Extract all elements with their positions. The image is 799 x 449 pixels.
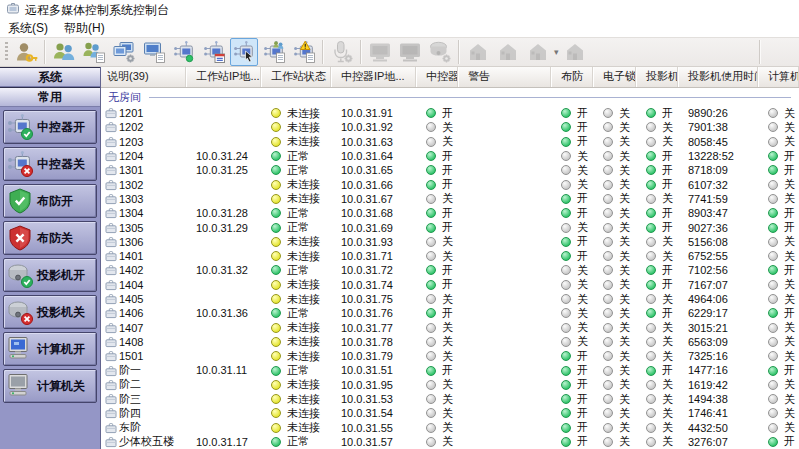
column-header[interactable]: 中控器 bbox=[416, 67, 458, 87]
user-manage-button[interactable] bbox=[50, 38, 78, 66]
sidebar-button-arm-on[interactable]: 布防开 bbox=[3, 184, 97, 218]
projector-state: 关 bbox=[636, 377, 678, 392]
sidebar-button-controller-on[interactable]: 中控器开 bbox=[3, 110, 97, 144]
sidebar-button-projector-off[interactable]: 投影机关 bbox=[3, 295, 97, 329]
table-row[interactable]: 阶一 10.0.31.11 正常 10.0.31.51 开 开 关 开 1477… bbox=[101, 363, 799, 377]
room-name: 1402 bbox=[119, 264, 143, 276]
projector-time: 8718:09 bbox=[678, 164, 758, 176]
table-row[interactable]: 阶三 未连接 10.0.31.53 关 开 关 关 1494:38 关 bbox=[101, 392, 799, 406]
sidebar-button-arm-off[interactable]: 布防关 bbox=[3, 221, 97, 255]
table-row[interactable]: 1407 未连接 10.0.31.77 关 关 关 关 3015:21 关 bbox=[101, 320, 799, 334]
controller-ip: 10.0.31.68 bbox=[331, 207, 416, 219]
table-row[interactable]: 1401 未连接 10.0.31.71 关 开 关 关 6752:55 关 bbox=[101, 249, 799, 263]
status-dot bbox=[768, 137, 778, 147]
dropdown-caret-icon[interactable]: ▾ bbox=[554, 47, 559, 57]
table-row[interactable]: 1302 未连接 10.0.31.66 开 关 关 开 6107:32 关 bbox=[101, 177, 799, 191]
table-row[interactable]: 1202 未连接 10.0.31.92 关 开 关 关 7901:38 关 bbox=[101, 120, 799, 134]
status-dot bbox=[426, 223, 436, 233]
column-header[interactable]: 投影机 bbox=[636, 67, 678, 87]
table-row[interactable]: 1204 10.0.31.24 正常 10.0.31.64 开 关 关 开 13… bbox=[101, 149, 799, 163]
sidebar-button-projector-on[interactable]: 投影机开 bbox=[3, 258, 97, 292]
toolbar-gripper[interactable] bbox=[5, 42, 8, 62]
status-dot bbox=[768, 108, 778, 118]
defense-state: 关 bbox=[551, 306, 593, 321]
column-header[interactable]: 布防 bbox=[551, 67, 593, 87]
status-dot bbox=[426, 423, 436, 433]
table-row[interactable]: 1404 未连接 10.0.31.74 开 关 关 开 7167:07 关 bbox=[101, 278, 799, 292]
projector-time: 13228:52 bbox=[678, 150, 758, 162]
table-row[interactable]: 1405 未连接 10.0.31.75 关 关 关 关 4964:06 关 bbox=[101, 292, 799, 306]
computer-state: 开 bbox=[758, 220, 799, 235]
table-row[interactable]: 1203 未连接 10.0.31.63 关 开 关 关 8058:45 关 bbox=[101, 135, 799, 149]
controller-ip: 10.0.31.66 bbox=[331, 179, 416, 191]
table-row[interactable]: 1303 未连接 10.0.31.67 关 开 关 关 7741:59 关 bbox=[101, 192, 799, 206]
projector-time: 1619:42 bbox=[678, 379, 758, 391]
lock-state: 关 bbox=[593, 206, 636, 221]
projector-state: 开 bbox=[636, 206, 678, 221]
controller-alert-report-button[interactable] bbox=[290, 38, 318, 66]
room-icon bbox=[105, 222, 117, 234]
projector-state: 关 bbox=[636, 406, 678, 421]
lock-state: 关 bbox=[593, 106, 636, 121]
controller-users-report-button[interactable] bbox=[260, 38, 288, 66]
column-header[interactable]: 工作站IP地... bbox=[186, 67, 261, 87]
lock-state: 关 bbox=[593, 349, 636, 364]
projector-state: 关 bbox=[636, 320, 678, 335]
sidebar-button-controller-off[interactable]: 中控器关 bbox=[3, 147, 97, 181]
room-icon bbox=[105, 279, 117, 291]
column-header[interactable]: 电子锁 bbox=[593, 67, 636, 87]
computer-state: 关 bbox=[758, 177, 799, 192]
column-header[interactable]: 工作站状态 bbox=[261, 67, 331, 87]
table-row[interactable]: 1501 未连接 10.0.31.79 关 开 关 关 7325:16 关 bbox=[101, 349, 799, 363]
status-dot bbox=[603, 437, 613, 447]
user-report-button[interactable] bbox=[80, 38, 108, 66]
table-row[interactable]: 1201 未连接 10.0.31.91 开 开 关 开 9890:26 关 bbox=[101, 106, 799, 120]
table-row[interactable]: 1408 未连接 10.0.31.78 关 关 关 关 6563:09 关 bbox=[101, 335, 799, 349]
computer-state: 关 bbox=[758, 377, 799, 392]
column-header[interactable]: 警告 bbox=[458, 67, 551, 87]
column-header[interactable]: 中控器IP地... bbox=[331, 67, 416, 87]
sidebar-button-computer-on[interactable]: 计算机开 bbox=[3, 332, 97, 366]
table-row[interactable]: 1306 未连接 10.0.31.93 关 开 关 关 5156:08 关 bbox=[101, 235, 799, 249]
table-row[interactable]: 1402 10.0.31.32 正常 10.0.31.72 开 关 关 开 71… bbox=[101, 263, 799, 277]
menu-system[interactable]: 系统(S) bbox=[0, 20, 56, 37]
table-row[interactable]: 1304 10.0.31.28 正常 10.0.31.68 开 开 关 开 89… bbox=[101, 206, 799, 220]
table-row[interactable]: 阶四 未连接 10.0.31.54 关 开 关 关 1746:41 关 bbox=[101, 406, 799, 420]
projector-time: 3015:21 bbox=[678, 322, 758, 334]
column-header[interactable]: 计算机 bbox=[758, 67, 799, 87]
user-permissions-button[interactable] bbox=[12, 38, 40, 66]
defense-state: 关 bbox=[551, 177, 593, 192]
column-header[interactable]: 说明(39) bbox=[101, 67, 186, 87]
table-row[interactable]: 少体校五楼 10.0.31.17 正常 10.0.31.57 关 开 关 关 3… bbox=[101, 435, 799, 449]
status-dot bbox=[561, 423, 571, 433]
controller-ip: 10.0.31.93 bbox=[331, 236, 416, 248]
status-dot bbox=[646, 151, 656, 161]
sidebar-button-computer-off[interactable]: 计算机关 bbox=[3, 369, 97, 403]
status-dot bbox=[603, 380, 613, 390]
room-icon bbox=[105, 379, 117, 391]
controller-ip: 10.0.31.63 bbox=[331, 136, 416, 148]
table-row[interactable]: 阶二 未连接 10.0.31.95 关 开 关 关 1619:42 关 bbox=[101, 378, 799, 392]
room-icon bbox=[105, 264, 117, 276]
room-icon bbox=[105, 136, 117, 148]
table-row[interactable]: 1301 10.0.31.25 正常 10.0.31.65 开 关 关 开 87… bbox=[101, 163, 799, 177]
table-row[interactable]: 1305 10.0.31.29 正常 10.0.31.69 开 关 关 开 90… bbox=[101, 220, 799, 234]
sidebar-group-common[interactable]: 常用 bbox=[0, 87, 100, 107]
status-dot bbox=[646, 165, 656, 175]
workstation-status: 正常 bbox=[261, 434, 331, 449]
table-row[interactable]: 东阶 未连接 10.0.31.55 关 开 关 关 4432:50 关 bbox=[101, 421, 799, 435]
table-row[interactable]: 1406 10.0.31.36 正常 10.0.31.76 开 关 关 开 62… bbox=[101, 306, 799, 320]
sidebar-group-system[interactable]: 系统 bbox=[0, 67, 100, 87]
column-header[interactable]: 投影机使用时间 bbox=[678, 67, 758, 87]
status-dot bbox=[426, 108, 436, 118]
controller-monitor-button[interactable] bbox=[230, 38, 258, 66]
computer-state: 关 bbox=[758, 349, 799, 364]
status-dot bbox=[768, 366, 778, 376]
workstation-settings-button[interactable] bbox=[110, 38, 138, 66]
status-dot bbox=[426, 180, 436, 190]
controller-schedule-button[interactable] bbox=[200, 38, 228, 66]
status-dot bbox=[646, 394, 656, 404]
menu-help[interactable]: 帮助(H) bbox=[56, 20, 113, 37]
workstation-report-button[interactable] bbox=[140, 38, 168, 66]
controller-status-button[interactable] bbox=[170, 38, 198, 66]
